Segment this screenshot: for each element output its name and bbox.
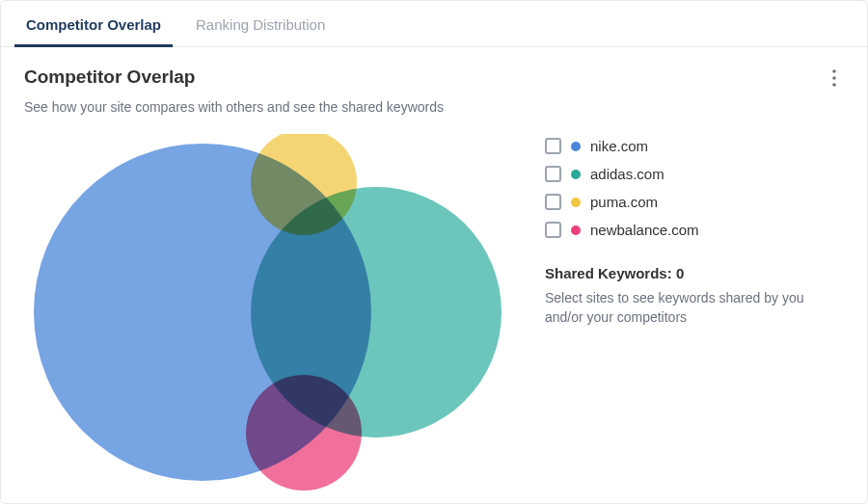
shared-keywords-count: 0	[676, 265, 684, 281]
tab-ranking-distribution[interactable]: Ranking Distribution	[178, 1, 342, 46]
svg-point-0	[832, 69, 836, 73]
panel-title: Competitor Overlap	[24, 66, 444, 88]
svg-point-2	[832, 83, 836, 87]
shared-keywords-block: Shared Keywords: 0 Select sites to see k…	[545, 265, 844, 327]
legend-swatch	[571, 142, 581, 151]
venn-chart	[24, 134, 526, 500]
panel-header: Competitor Overlap See how your site com…	[24, 66, 844, 115]
panel-header-text: Competitor Overlap See how your site com…	[24, 66, 444, 115]
legend-item-newbalance: newbalance.com	[545, 222, 844, 238]
legend-swatch	[571, 198, 581, 207]
legend-checkbox[interactable]	[545, 138, 561, 154]
panel-content: Competitor Overlap See how your site com…	[1, 47, 867, 499]
legend-label: nike.com	[590, 138, 648, 154]
shared-keywords-description: Select sites to see keywords shared by y…	[545, 289, 834, 327]
venn-svg	[24, 134, 526, 500]
legend-swatch	[571, 170, 581, 179]
legend-checkbox[interactable]	[545, 222, 561, 238]
legend-label: adidas.com	[590, 166, 665, 182]
legend-swatch	[571, 225, 581, 235]
legend-list: nike.com adidas.com puma.com	[545, 138, 844, 238]
panel-subtitle: See how your site compares with others a…	[24, 99, 444, 115]
panel-body: nike.com adidas.com puma.com	[24, 134, 844, 500]
competitor-overlap-card: Competitor Overlap Ranking Distribution …	[0, 0, 868, 504]
legend-label: newbalance.com	[590, 222, 699, 238]
svg-point-1	[832, 76, 836, 80]
tab-competitor-overlap[interactable]: Competitor Overlap	[9, 1, 178, 46]
shared-keywords-title: Shared Keywords: 0	[545, 265, 844, 281]
legend-label: puma.com	[590, 194, 658, 210]
legend-checkbox[interactable]	[545, 166, 561, 182]
side-panel: nike.com adidas.com puma.com	[526, 134, 844, 500]
venn-circle-newbalance-com[interactable]	[246, 375, 362, 491]
legend-item-nike: nike.com	[545, 138, 844, 154]
legend-checkbox[interactable]	[545, 194, 561, 210]
legend-item-adidas: adidas.com	[545, 166, 844, 182]
tabs-bar: Competitor Overlap Ranking Distribution	[1, 1, 867, 47]
tab-label: Competitor Overlap	[26, 16, 161, 33]
venn-circle-puma-com[interactable]	[251, 134, 357, 235]
tab-label: Ranking Distribution	[196, 16, 325, 33]
more-options-button[interactable]	[821, 65, 848, 92]
legend-item-puma: puma.com	[545, 194, 844, 210]
kebab-icon	[832, 69, 836, 87]
shared-keywords-label: Shared Keywords:	[545, 265, 672, 281]
